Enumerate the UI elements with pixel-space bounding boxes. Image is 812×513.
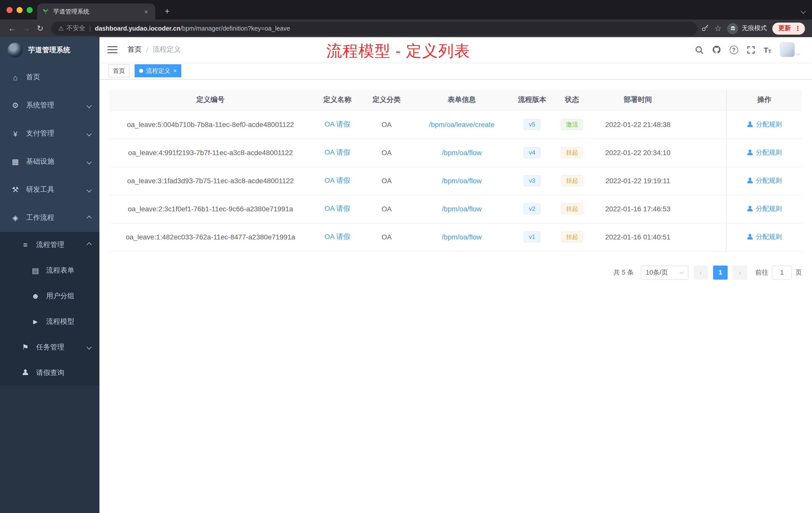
user-icon: [747, 121, 753, 128]
avatar[interactable]: [780, 42, 795, 57]
col-status: 状态: [551, 90, 593, 111]
fullscreen-icon[interactable]: [747, 46, 755, 54]
tag-process-definition[interactable]: 流程定义 ×: [135, 64, 181, 77]
search-icon[interactable]: [695, 46, 703, 54]
status-badge: 挂起: [561, 232, 583, 242]
bookmark-star-icon[interactable]: ☆: [714, 21, 722, 35]
definition-name-link[interactable]: OA 请假: [324, 148, 350, 156]
cell-category: OA: [363, 139, 410, 167]
definition-name-link[interactable]: OA 请假: [324, 233, 350, 240]
assign-rule-link[interactable]: 分配规则: [747, 148, 782, 157]
zoom-window-button[interactable]: [27, 7, 33, 13]
tab-title: 芋道管理系统: [53, 7, 138, 16]
status-badge: 挂起: [561, 175, 583, 186]
sidebar-item-home[interactable]: ⌂ 首页: [0, 63, 99, 91]
sidebar-item-infrastructure[interactable]: ▦ 基础设施: [0, 148, 99, 176]
user-icon: [747, 177, 753, 184]
active-dot: [139, 69, 143, 73]
chevron-down-icon: [87, 103, 92, 108]
sidebar-toggle-icon[interactable]: [107, 45, 118, 55]
chrome-update-button[interactable]: 更新 ⋮: [772, 22, 805, 34]
app-header: 首页 / 流程定义 流程模型 - 定义列表 ?: [99, 37, 812, 62]
prev-page-button[interactable]: ‹: [694, 265, 708, 279]
minimize-window-button[interactable]: [17, 7, 23, 13]
assign-rule-link[interactable]: 分配规则: [747, 204, 782, 213]
gear-icon: ⚙: [10, 101, 20, 110]
browser-tab[interactable]: 芋道管理系统 ×: [37, 3, 155, 20]
sidebar-item-system[interactable]: ⚙ 系统管理: [0, 91, 99, 119]
tab-close-icon[interactable]: ×: [142, 7, 150, 16]
form-info-link[interactable]: /bpm/oa/flow: [442, 205, 482, 213]
form-info-link[interactable]: /bpm/oa/flow: [442, 149, 482, 157]
sidebar-item-workflow[interactable]: ◈ 工作流程: [0, 204, 99, 232]
incognito-icon: [727, 23, 738, 34]
user-menu[interactable]: [780, 42, 800, 57]
page-1-button[interactable]: 1: [713, 265, 728, 279]
cell-deploy-time: 2022-01-22 19:19:11: [593, 167, 682, 195]
cell-definition-id: oa_leave:2:3c1f0ef1-76b1-11ec-9c66-a2380…: [110, 195, 312, 223]
cell-deploy-time: 2022-01-16 17:46:53: [593, 195, 682, 223]
chrome-menu-icon[interactable]: ⋮: [794, 25, 801, 32]
key-icon[interactable]: [701, 25, 709, 32]
sidebar-item-process-form[interactable]: ▤ 流程表单: [0, 258, 99, 283]
table-row: oa_leave:2:3c1f0ef1-76b1-11ec-9c66-a2380…: [110, 195, 802, 223]
browser-window: 芋道管理系统 × + ← → ↻ ⚠ 不安全 | dashboard.yudao…: [0, 0, 812, 513]
page-size-select[interactable]: 10条/页: [641, 265, 689, 279]
assign-rule-link[interactable]: 分配规则: [747, 176, 782, 185]
reload-icon[interactable]: ↻: [33, 21, 47, 35]
workflow-icon: ◈: [10, 213, 20, 222]
sidebar-item-task-management[interactable]: ⚑ 任务管理: [0, 334, 99, 360]
browser-toolbar: ← → ↻ ⚠ 不安全 | dashboard.yudao.iocoder.cn…: [0, 20, 812, 37]
sidebar: 芋道管理系统 ⌂ 首页 ⚙ 系统管理 ¥ 支付管理 ▦ 基础设施: [0, 37, 99, 513]
definition-name-link[interactable]: OA 请假: [324, 176, 350, 184]
cell-filler: [683, 111, 727, 139]
cell-category: OA: [363, 167, 410, 195]
definition-name-link[interactable]: OA 请假: [324, 204, 350, 212]
next-page-button[interactable]: ›: [733, 265, 747, 279]
form-info-link[interactable]: /bpm/oa/leave/create: [429, 120, 495, 128]
security-status[interactable]: ⚠ 不安全: [58, 24, 85, 33]
help-icon[interactable]: ?: [729, 46, 738, 54]
user-icon: [747, 149, 753, 156]
sidebar-item-dev-tools[interactable]: ⚒ 研发工具: [0, 176, 99, 204]
breadcrumb-home[interactable]: 首页: [127, 45, 142, 54]
address-bar[interactable]: ⚠ 不安全 | dashboard.yudao.iocoder.cn /bpm/…: [51, 21, 697, 35]
assign-rule-link[interactable]: 分配规则: [747, 120, 782, 129]
cell-deploy-time: 2022-01-22 20:34:10: [593, 139, 682, 167]
col-definition-name: 定义名称: [312, 90, 363, 111]
omnibox-divider: |: [89, 25, 91, 32]
col-actions: 操作: [727, 90, 802, 111]
sidebar-item-payment[interactable]: ¥ 支付管理: [0, 119, 99, 148]
definition-name-link[interactable]: OA 请假: [324, 120, 350, 128]
toolbar-right: ☆ 无痕模式 更新 ⋮: [701, 21, 807, 35]
user-icon: [747, 234, 753, 240]
form-info-link[interactable]: /bpm/oa/flow: [442, 233, 482, 241]
new-tab-button[interactable]: +: [160, 3, 175, 20]
form-info-link[interactable]: /bpm/oa/flow: [442, 177, 482, 185]
sidebar-item-process-management[interactable]: ≡ 流程管理: [0, 232, 99, 258]
goto-label: 前往: [755, 268, 768, 277]
cell-deploy-time: 2022-01-16 01:40:51: [593, 223, 682, 251]
github-icon[interactable]: [712, 45, 721, 54]
sidebar-item-leave-query[interactable]: 请假查询: [0, 360, 99, 386]
infrastructure-icon: ▦: [10, 157, 20, 166]
document-icon: ▤: [31, 266, 40, 275]
goto-page-input[interactable]: [772, 265, 792, 279]
font-size-icon[interactable]: TT: [763, 46, 771, 54]
tab-search-button[interactable]: [802, 6, 805, 15]
sidebar-item-process-model[interactable]: ► 流程模型: [0, 309, 99, 334]
tag-home[interactable]: 首页: [109, 64, 129, 77]
col-process-version: 流程版本: [514, 90, 551, 111]
back-icon[interactable]: ←: [5, 21, 19, 35]
sidebar-item-user-group[interactable]: ☻ 用户分组: [0, 283, 99, 309]
cell-category: OA: [363, 111, 410, 139]
forward-icon[interactable]: →: [19, 21, 33, 35]
cell-category: OA: [363, 195, 410, 223]
users-icon: ☻: [31, 292, 40, 300]
tag-close-icon[interactable]: ×: [173, 68, 177, 74]
version-badge: v4: [524, 147, 540, 158]
tags-view: 首页 流程定义 ×: [99, 62, 812, 80]
version-badge: v1: [524, 232, 540, 242]
close-window-button[interactable]: [6, 7, 12, 13]
assign-rule-link[interactable]: 分配规则: [747, 233, 782, 241]
